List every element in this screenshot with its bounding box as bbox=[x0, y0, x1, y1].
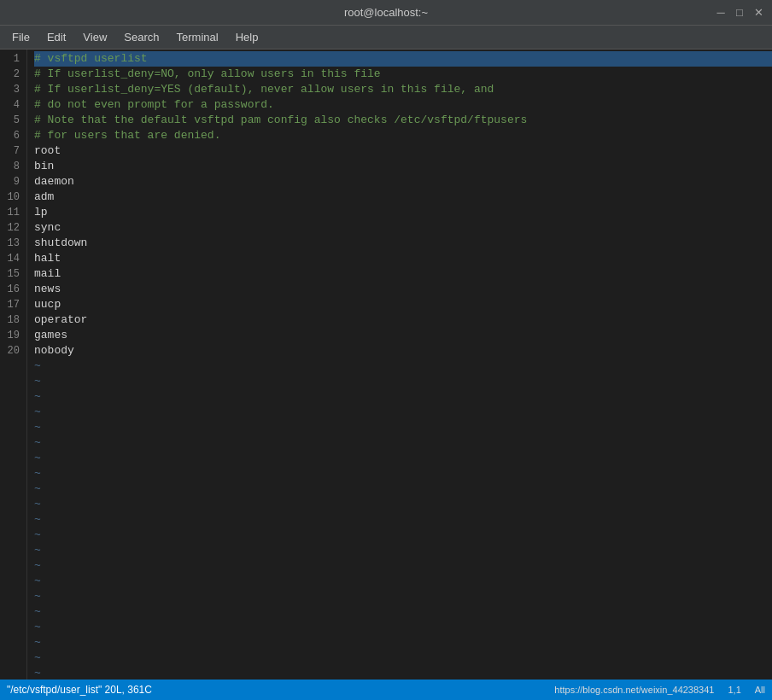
statusbar: "/etc/vsftpd/user_list" 20L, 361C https:… bbox=[0, 680, 772, 700]
code-line-41: ~ bbox=[34, 666, 772, 680]
maximize-button[interactable]: □ bbox=[733, 6, 746, 20]
code-line-40: ~ bbox=[34, 650, 772, 666]
code-line-11: lp bbox=[34, 205, 772, 220]
code-line-9: daemon bbox=[34, 174, 772, 190]
line-number-9: 9 bbox=[3, 174, 20, 190]
code-line-33: ~ bbox=[34, 543, 772, 558]
menu-item-edit[interactable]: Edit bbox=[38, 27, 74, 47]
code-line-35: ~ bbox=[34, 574, 772, 589]
window-title: root@localhost:~ bbox=[58, 6, 714, 19]
view-position: All bbox=[755, 685, 765, 695]
statusbar-right: https://blog.csdn.net/weixin_44238341 1,… bbox=[554, 685, 765, 695]
code-line-15: mail bbox=[34, 266, 772, 282]
line-number-3: 3 bbox=[3, 82, 20, 97]
code-content[interactable]: # vsftpd userlist# If userlist_deny=NO, … bbox=[27, 50, 772, 680]
code-line-37: ~ bbox=[34, 604, 772, 620]
code-line-7: root bbox=[34, 143, 772, 159]
close-button[interactable]: ✕ bbox=[752, 6, 765, 20]
code-line-14: halt bbox=[34, 251, 772, 266]
line-number-15: 15 bbox=[3, 266, 20, 282]
line-number-13: 13 bbox=[3, 236, 20, 251]
line-number-11: 11 bbox=[3, 205, 20, 220]
file-info: "/etc/vsftpd/user_list" 20L, 361C bbox=[7, 684, 152, 696]
line-number-14: 14 bbox=[3, 251, 20, 266]
menu-item-help[interactable]: Help bbox=[227, 27, 267, 47]
code-line-25: ~ bbox=[34, 420, 772, 435]
code-line-39: ~ bbox=[34, 635, 772, 650]
line-number-20: 20 bbox=[3, 343, 20, 359]
editor: 1234567891011121314151617181920 # vsftpd… bbox=[0, 50, 772, 680]
code-line-24: ~ bbox=[34, 405, 772, 420]
code-line-1: # vsftpd userlist bbox=[34, 51, 772, 67]
minimize-button[interactable]: ─ bbox=[714, 6, 728, 20]
code-line-20: nobody bbox=[34, 343, 772, 359]
code-line-22: ~ bbox=[34, 374, 772, 389]
code-line-23: ~ bbox=[34, 389, 772, 405]
line-number-2: 2 bbox=[3, 67, 20, 82]
menu-item-search[interactable]: Search bbox=[115, 27, 167, 47]
code-line-27: ~ bbox=[34, 451, 772, 466]
code-line-6: # for users that are denied. bbox=[34, 128, 772, 143]
code-line-18: operator bbox=[34, 312, 772, 328]
line-number-17: 17 bbox=[3, 297, 20, 312]
code-line-21: ~ bbox=[34, 359, 772, 374]
menu-item-terminal[interactable]: Terminal bbox=[168, 27, 227, 47]
line-number-10: 10 bbox=[3, 190, 20, 205]
code-line-16: news bbox=[34, 282, 772, 297]
code-line-3: # If userlist_deny=YES (default), never … bbox=[34, 82, 772, 97]
code-line-30: ~ bbox=[34, 497, 772, 512]
line-number-1: 1 bbox=[3, 51, 20, 67]
code-line-10: adm bbox=[34, 190, 772, 205]
code-line-2: # If userlist_deny=NO, only allow users … bbox=[34, 67, 772, 82]
menu-item-file[interactable]: File bbox=[3, 27, 38, 47]
menu-item-view[interactable]: View bbox=[74, 27, 115, 47]
line-number-19: 19 bbox=[3, 328, 20, 343]
code-line-38: ~ bbox=[34, 620, 772, 635]
line-number-18: 18 bbox=[3, 312, 20, 328]
code-line-29: ~ bbox=[34, 481, 772, 497]
window-controls: ─ □ ✕ bbox=[714, 6, 765, 20]
code-line-4: # do not even prompt for a password. bbox=[34, 97, 772, 113]
code-line-28: ~ bbox=[34, 466, 772, 481]
menubar: FileEditViewSearchTerminalHelp bbox=[0, 26, 772, 50]
code-line-32: ~ bbox=[34, 528, 772, 543]
line-number-5: 5 bbox=[3, 113, 20, 128]
line-number-4: 4 bbox=[3, 97, 20, 113]
line-number-12: 12 bbox=[3, 220, 20, 236]
line-number-8: 8 bbox=[3, 159, 20, 174]
line-number-7: 7 bbox=[3, 143, 20, 159]
code-line-26: ~ bbox=[34, 435, 772, 451]
code-line-12: sync bbox=[34, 220, 772, 236]
line-number-16: 16 bbox=[3, 282, 20, 297]
line-number-6: 6 bbox=[3, 128, 20, 143]
code-line-31: ~ bbox=[34, 512, 772, 528]
code-line-34: ~ bbox=[34, 558, 772, 574]
code-line-17: uucp bbox=[34, 297, 772, 312]
cursor-position: 1,1 bbox=[728, 685, 740, 695]
code-line-13: shutdown bbox=[34, 236, 772, 251]
titlebar: root@localhost:~ ─ □ ✕ bbox=[0, 0, 772, 26]
code-line-19: games bbox=[34, 328, 772, 343]
code-line-36: ~ bbox=[34, 589, 772, 604]
line-numbers: 1234567891011121314151617181920 bbox=[0, 50, 27, 680]
statusbar-url: https://blog.csdn.net/weixin_44238341 bbox=[554, 685, 714, 695]
code-line-5: # Note that the default vsftpd pam confi… bbox=[34, 113, 772, 128]
code-line-8: bin bbox=[34, 159, 772, 174]
